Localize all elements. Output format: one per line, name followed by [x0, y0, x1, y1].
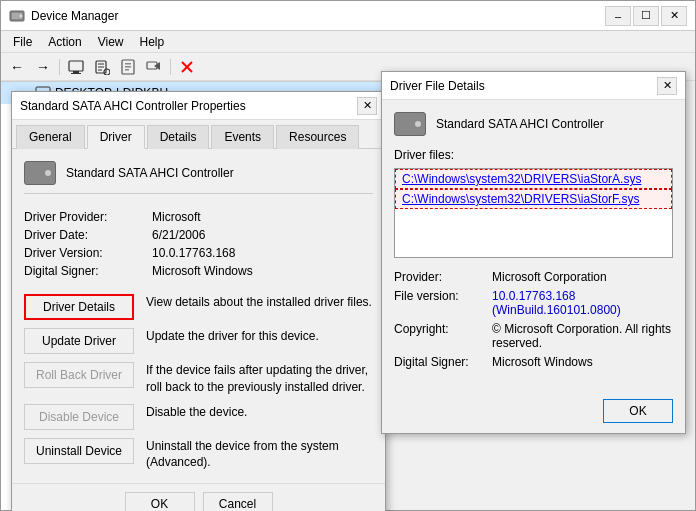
driver-button-row-0: Driver Details View details about the in…	[24, 294, 373, 320]
driver-file-header: Standard SATA AHCI Controller	[394, 112, 673, 136]
fd-value-1: 10.0.17763.168 (WinBuild.160101.0800)	[492, 289, 673, 317]
fd-value-0: Microsoft Corporation	[492, 270, 673, 284]
fd-label-3: Digital Signer:	[394, 355, 484, 369]
driver-file-item-1[interactable]: C:\Windows\system32\DRIVERS\iaStorF.sys	[395, 189, 672, 209]
fd-label-2: Copyright:	[394, 322, 484, 350]
computer-button[interactable]	[64, 56, 88, 78]
prop-label-0: Driver Provider:	[24, 210, 144, 224]
toolbar-separator-2	[170, 59, 171, 75]
driver-file-dialog: Driver File Details ✕ Standard SATA AHCI…	[381, 71, 686, 434]
title-bar-controls: – ☐ ✕	[605, 6, 687, 26]
title-bar-left: Device Manager	[9, 8, 118, 24]
driver-properties-grid: Driver Provider: Microsoft Driver Date: …	[24, 210, 373, 278]
svg-rect-4	[73, 71, 79, 73]
fd-value-2: © Microsoft Corporation. All rights rese…	[492, 322, 673, 350]
properties-dialog: Standard SATA AHCI Controller Properties…	[11, 91, 386, 511]
driver-file-device-name: Standard SATA AHCI Controller	[436, 117, 604, 131]
scan2-button[interactable]	[142, 56, 166, 78]
driver-file-dialog-title-bar: Driver File Details ✕	[382, 72, 685, 100]
device-name: Standard SATA AHCI Controller	[66, 166, 234, 180]
toolbar-separator-1	[59, 59, 60, 75]
driver-file-dialog-close[interactable]: ✕	[657, 77, 677, 95]
driver-files-list[interactable]: C:\Windows\system32\DRIVERS\iaStorA.sys …	[394, 168, 673, 258]
title-bar: Device Manager – ☐ ✕	[1, 1, 695, 31]
driver-button-row-4: Uninstall Device Uninstall the device fr…	[24, 438, 373, 472]
prop-value-0: Microsoft	[152, 210, 373, 224]
device-header: Standard SATA AHCI Controller	[24, 161, 373, 194]
driver-button-row-2: Roll Back Driver If the device fails aft…	[24, 362, 373, 396]
properties-dialog-content: Standard SATA AHCI Controller Driver Pro…	[12, 149, 385, 483]
prop-value-2: 10.0.17763.168	[152, 246, 373, 260]
fd-label-0: Provider:	[394, 270, 484, 284]
roll-back-button[interactable]: Roll Back Driver	[24, 362, 134, 388]
menu-help[interactable]: Help	[132, 33, 173, 51]
close-button[interactable]: ✕	[661, 6, 687, 26]
properties-dialog-close[interactable]: ✕	[357, 97, 377, 115]
properties-dialog-title: Standard SATA AHCI Controller Properties	[20, 99, 246, 113]
driver-buttons-section: Driver Details View details about the in…	[24, 294, 373, 471]
tab-details[interactable]: Details	[147, 125, 210, 149]
remove-button[interactable]	[175, 56, 199, 78]
menu-bar: File Action View Help	[1, 31, 695, 53]
properties-dialog-title-bar: Standard SATA AHCI Controller Properties…	[12, 92, 385, 120]
forward-button[interactable]: →	[31, 56, 55, 78]
file-details-grid: Provider: Microsoft Corporation File ver…	[394, 270, 673, 369]
properties-dialog-footer: OK Cancel	[12, 483, 385, 511]
svg-rect-14	[125, 69, 129, 71]
tab-events[interactable]: Events	[211, 125, 274, 149]
scan-button[interactable]	[90, 56, 114, 78]
driver-file-dialog-title: Driver File Details	[390, 79, 485, 93]
svg-rect-3	[69, 61, 83, 71]
fd-label-1: File version:	[394, 289, 484, 317]
svg-rect-5	[71, 73, 81, 74]
svg-point-10	[104, 69, 110, 75]
properties-button[interactable]	[116, 56, 140, 78]
tab-resources[interactable]: Resources	[276, 125, 359, 149]
uninstall-device-desc: Uninstall the device from the system (Ad…	[146, 438, 373, 472]
prop-label-2: Driver Version:	[24, 246, 144, 260]
driver-file-footer: OK	[382, 393, 685, 433]
svg-point-2	[20, 14, 23, 17]
fd-value-3: Microsoft Windows	[492, 355, 673, 369]
driver-file-content: Standard SATA AHCI Controller Driver fil…	[382, 100, 685, 393]
svg-rect-12	[125, 63, 131, 65]
driver-details-desc: View details about the installed driver …	[146, 294, 372, 311]
driver-button-row-1: Update Driver Update the driver for this…	[24, 328, 373, 354]
menu-view[interactable]: View	[90, 33, 132, 51]
prop-value-1: 6/21/2006	[152, 228, 373, 242]
svg-rect-13	[125, 66, 131, 68]
driver-file-item-0[interactable]: C:\Windows\system32\DRIVERS\iaStorA.sys	[395, 169, 672, 189]
properties-cancel-button[interactable]: Cancel	[203, 492, 273, 511]
disable-device-desc: Disable the device.	[146, 404, 247, 421]
menu-action[interactable]: Action	[40, 33, 89, 51]
roll-back-desc: If the device fails after updating the d…	[146, 362, 373, 396]
prop-label-1: Driver Date:	[24, 228, 144, 242]
prop-label-3: Digital Signer:	[24, 264, 144, 278]
driver-files-label: Driver files:	[394, 148, 673, 162]
properties-tabs: General Driver Details Events Resources	[12, 120, 385, 149]
maximize-button[interactable]: ☐	[633, 6, 659, 26]
update-driver-button[interactable]: Update Driver	[24, 328, 134, 354]
prop-value-3: Microsoft Windows	[152, 264, 373, 278]
title-bar-title: Device Manager	[31, 9, 118, 23]
device-manager-icon	[9, 8, 25, 24]
properties-ok-button[interactable]: OK	[125, 492, 195, 511]
device-icon	[24, 161, 56, 185]
device-manager-window: Device Manager – ☐ ✕ File Action View He…	[0, 0, 696, 511]
update-driver-desc: Update the driver for this device.	[146, 328, 319, 345]
tab-driver[interactable]: Driver	[87, 125, 145, 149]
driver-file-device-icon	[394, 112, 426, 136]
menu-file[interactable]: File	[5, 33, 40, 51]
driver-details-button[interactable]: Driver Details	[24, 294, 134, 320]
back-button[interactable]: ←	[5, 56, 29, 78]
disable-device-button[interactable]: Disable Device	[24, 404, 134, 430]
minimize-button[interactable]: –	[605, 6, 631, 26]
uninstall-device-button[interactable]: Uninstall Device	[24, 438, 134, 464]
tab-general[interactable]: General	[16, 125, 85, 149]
driver-button-row-3: Disable Device Disable the device.	[24, 404, 373, 430]
driver-file-ok-button[interactable]: OK	[603, 399, 673, 423]
